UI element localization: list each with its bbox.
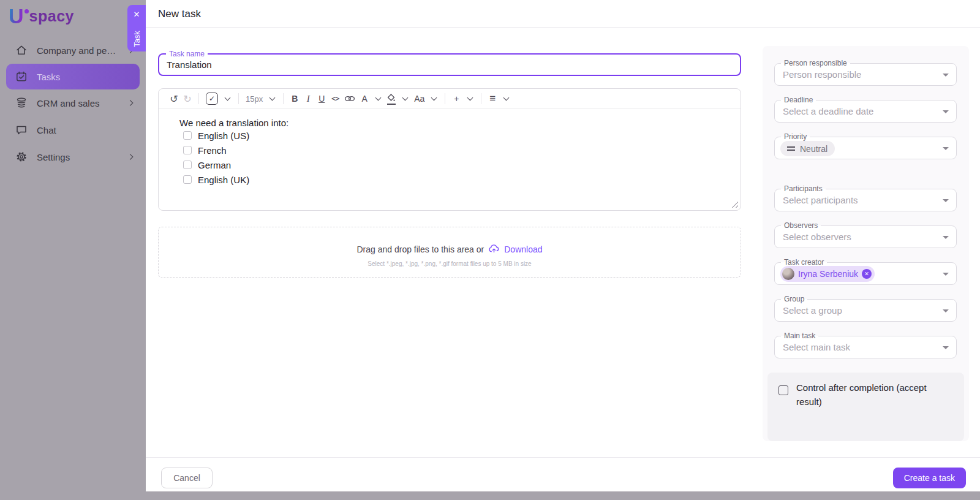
chevron-down-icon [943, 236, 949, 239]
description-editor: ↺ ↻ ✓ 15px B I U <> A Aa + [158, 88, 741, 211]
dropzone-text: Drag and drop files to this area or [356, 244, 484, 254]
sidebar-item-label: Settings [37, 152, 70, 162]
download-link[interactable]: Download [504, 244, 542, 254]
underline-button[interactable]: U [315, 91, 328, 107]
checklist-dropdown[interactable] [221, 91, 234, 107]
page-title: New task [146, 0, 980, 28]
field-placeholder: Select a group [783, 300, 842, 321]
font-size-dropdown[interactable] [265, 91, 279, 107]
chevron-down-icon [503, 95, 509, 101]
cancel-button[interactable]: Cancel [161, 468, 213, 488]
sidebar-item-label: Tasks [37, 72, 60, 82]
close-icon[interactable]: ✕ [134, 10, 140, 18]
task-name-field: Task name [158, 53, 741, 76]
bold-button[interactable]: B [288, 91, 301, 107]
remove-user-icon[interactable]: ✕ [862, 269, 872, 279]
checklist-item-label: German [198, 160, 231, 170]
insert-dropdown[interactable] [463, 91, 477, 107]
toolbar-divider [238, 93, 239, 104]
uspacy-logo[interactable]: U spacy [9, 5, 74, 27]
task-tab-label: Task [132, 31, 141, 47]
text-style-button[interactable]: Aa [412, 91, 427, 107]
redo-icon[interactable]: ↻ [181, 91, 194, 107]
gear-icon [15, 151, 28, 164]
align-button[interactable]: ≡ [486, 91, 499, 107]
task-details-panel: Person responsible Person responsible De… [763, 46, 969, 441]
checkbox[interactable] [183, 161, 192, 169]
chevron-down-icon [943, 199, 949, 202]
chevron-down-icon [375, 95, 381, 101]
file-dropzone[interactable]: Drag and drop files to this area or Down… [158, 227, 741, 278]
task-creator-select[interactable]: Task creator Iryna Serbeniuk ✕ [774, 262, 957, 285]
observers-select[interactable]: Observers Select observers [774, 225, 957, 248]
sidebar-item-tasks[interactable]: Tasks [6, 64, 140, 89]
neutral-priority-icon [787, 146, 795, 151]
checklist-item: German [183, 157, 741, 172]
task-creator-name: Iryna Serbeniuk [798, 269, 858, 279]
checkbox[interactable] [183, 131, 192, 140]
sidebar-item-crm[interactable]: CRM and sales [0, 89, 146, 116]
field-label: Task creator [781, 258, 827, 267]
upload-cloud-icon [488, 244, 500, 255]
chevron-down-icon [467, 95, 473, 101]
checkbox[interactable] [183, 146, 192, 154]
checkbox[interactable] [183, 175, 192, 184]
deadline-select[interactable]: Deadline Select a deadline date [774, 100, 957, 123]
chevron-down-icon [224, 95, 230, 101]
control-checkbox[interactable] [778, 385, 788, 395]
sidebar-item-label: Company and pe… [37, 45, 116, 56]
field-placeholder: Select observers [783, 226, 851, 248]
editor-toolbar: ↺ ↻ ✓ 15px B I U <> A Aa + [159, 89, 741, 109]
sidebar-item-chat[interactable]: Chat [0, 116, 146, 143]
main-task-select[interactable]: Main task Select main task [774, 336, 957, 358]
sidebar-item-company[interactable]: Company and pe… [0, 37, 146, 64]
control-checkbox-label[interactable]: Control after completion (accept result) [796, 381, 952, 409]
participants-select[interactable]: Participants Select participants [774, 189, 957, 211]
insert-button[interactable]: + [450, 91, 463, 107]
priority-value: Neutral [800, 144, 827, 154]
font-size-button[interactable]: 15px [243, 91, 265, 107]
toolbar-divider [481, 93, 481, 104]
sidebar: U spacy Company and pe… Tasks CRM and sa… [0, 0, 146, 500]
priority-select[interactable]: Priority Neutral [774, 137, 957, 159]
new-task-panel: New task Task name ↺ ↻ ✓ 15px B I U <> A [146, 0, 980, 491]
editor-content[interactable]: We need a translation into: English (US)… [159, 109, 741, 187]
chevron-right-icon [127, 154, 134, 160]
checklist-button[interactable]: ✓ [203, 91, 221, 107]
chevron-down-icon [943, 309, 949, 312]
code-button[interactable]: <> [328, 91, 342, 107]
priority-chip: Neutral [780, 141, 835, 156]
dropzone-hint: Select *.jpeg, *.jpg, *.png, *.gif forma… [159, 260, 741, 267]
checklist-item: English (UK) [183, 172, 741, 187]
highlight-color-dropdown[interactable] [398, 91, 412, 107]
align-dropdown[interactable] [499, 91, 513, 107]
chevron-down-icon [943, 147, 949, 150]
undo-icon[interactable]: ↺ [167, 91, 181, 107]
person-responsible-select[interactable]: Person responsible Person responsible [774, 63, 957, 86]
task-name-input[interactable] [167, 55, 730, 75]
text-style-dropdown[interactable] [427, 91, 440, 107]
sidebar-item-label: Chat [37, 125, 56, 135]
task-slideover-tab[interactable]: ✕ Task [127, 5, 146, 51]
text-color-button[interactable]: A [358, 91, 371, 107]
highlight-color-icon[interactable] [385, 91, 398, 107]
editor-resize-handle[interactable] [732, 202, 738, 208]
italic-button[interactable]: I [301, 91, 315, 107]
checklist-item-label: English (US) [198, 131, 249, 141]
field-placeholder: Person responsible [783, 64, 861, 85]
field-placeholder: Select a deadline date [783, 100, 873, 122]
chevron-down-icon [402, 95, 408, 101]
checklist-item-label: French [198, 145, 227, 156]
checklist-item-label: English (UK) [198, 175, 249, 185]
panel-header: New task [146, 0, 980, 28]
link-icon[interactable] [342, 91, 358, 107]
chevron-down-icon [943, 346, 949, 349]
create-task-button[interactable]: Create a task [893, 468, 966, 488]
text-color-dropdown[interactable] [371, 91, 385, 107]
checkbox-icon: ✓ [206, 93, 218, 105]
sidebar-item-settings[interactable]: Settings [0, 143, 146, 170]
field-placeholder: Select participants [783, 189, 858, 211]
chevron-down-icon [943, 110, 949, 113]
group-select[interactable]: Group Select a group [774, 299, 957, 322]
toolbar-divider [445, 93, 445, 104]
